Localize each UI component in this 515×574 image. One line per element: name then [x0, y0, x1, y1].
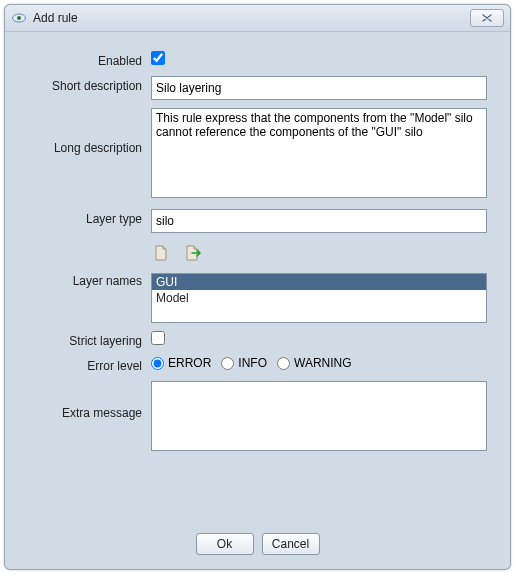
- short-description-input[interactable]: [151, 76, 487, 100]
- enabled-label: Enabled: [98, 54, 142, 68]
- window-title: Add rule: [33, 11, 470, 25]
- add-layer-icon[interactable]: [151, 243, 173, 263]
- list-item[interactable]: Model: [152, 290, 486, 306]
- form-grid: Enabled Short description Long descripti…: [21, 44, 494, 461]
- layer-names-label: Layer names: [73, 274, 142, 288]
- svg-point-1: [17, 16, 21, 20]
- error-level-option-warning[interactable]: WARNING: [277, 356, 352, 370]
- error-level-option-info[interactable]: INFO: [221, 356, 267, 370]
- long-description-label: Long description: [54, 141, 142, 155]
- layer-type-input[interactable]: [151, 209, 487, 233]
- dialog-window: Add rule Enabled Short description: [4, 4, 511, 570]
- error-level-option-error[interactable]: ERROR: [151, 356, 211, 370]
- extra-message-input[interactable]: [151, 381, 487, 451]
- cancel-button[interactable]: Cancel: [262, 533, 320, 555]
- error-level-label: Error level: [87, 359, 142, 373]
- dialog-body: Enabled Short description Long descripti…: [5, 32, 510, 569]
- short-description-label: Short description: [52, 79, 142, 93]
- close-button[interactable]: [470, 9, 504, 27]
- strict-layering-checkbox[interactable]: [151, 331, 165, 345]
- long-description-input[interactable]: [151, 108, 487, 198]
- enabled-checkbox[interactable]: [151, 51, 165, 65]
- ok-button[interactable]: Ok: [196, 533, 254, 555]
- layer-type-label: Layer type: [86, 212, 142, 226]
- layer-names-list[interactable]: GUI Model: [151, 273, 487, 323]
- dialog-button-row: Ok Cancel: [21, 523, 494, 559]
- title-bar: Add rule: [5, 5, 510, 32]
- error-level-radio-error[interactable]: [151, 357, 164, 370]
- error-level-radio-info[interactable]: [221, 357, 234, 370]
- extra-message-label: Extra message: [62, 406, 142, 420]
- list-item[interactable]: GUI: [152, 274, 486, 290]
- error-level-radio-warning[interactable]: [277, 357, 290, 370]
- app-icon: [11, 10, 27, 26]
- strict-layering-label: Strict layering: [69, 334, 142, 348]
- export-layer-icon[interactable]: [182, 243, 204, 263]
